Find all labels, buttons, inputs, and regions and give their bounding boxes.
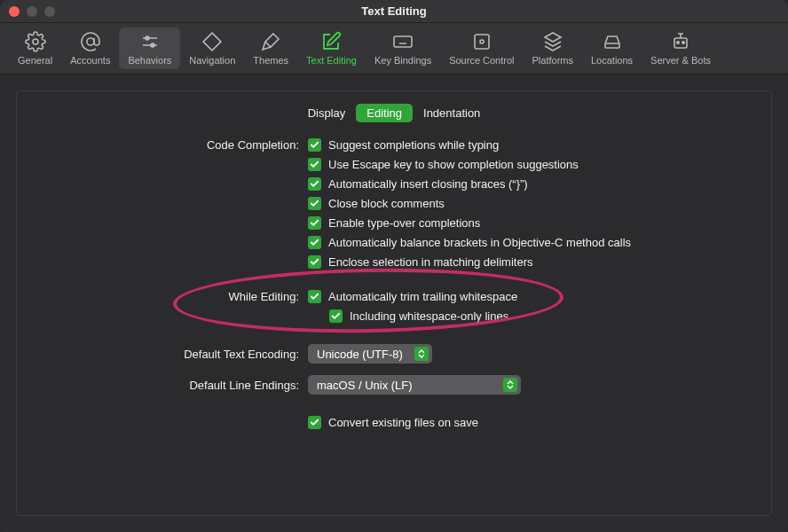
toolbar-accounts[interactable]: Accounts <box>61 27 119 69</box>
toolbar-navigation[interactable]: Navigation <box>180 27 244 69</box>
code-completion-label: Code Completion: <box>35 138 301 152</box>
svg-rect-6 <box>475 35 489 49</box>
toolbar-general[interactable]: General <box>9 27 61 69</box>
toolbar-label: Locations <box>591 55 633 66</box>
checkbox-type-over[interactable] <box>308 216 321 230</box>
toolbar-source-control[interactable]: Source Control <box>440 27 523 69</box>
tab-segmented-control: Display Editing Indentation <box>17 104 771 122</box>
checkbox-label: Automatically trim trailing whitespace <box>328 290 517 303</box>
checkbox-label: Automatically insert closing braces (“}”… <box>328 177 528 191</box>
checkbox-label: Enclose selection in matching delimiters <box>328 255 533 269</box>
tab-indentation[interactable]: Indentation <box>413 104 491 122</box>
svg-rect-5 <box>394 36 412 47</box>
svg-point-10 <box>677 42 679 43</box>
gear-icon <box>25 31 46 52</box>
toolbar-label: Behaviors <box>128 55 171 66</box>
checkbox-label: Suggest completions while typing <box>328 138 499 152</box>
toolbar-label: Navigation <box>189 55 235 66</box>
disk-icon <box>602 31 623 52</box>
toolbar-server-bots[interactable]: Server & Bots <box>642 27 720 69</box>
brush-icon <box>260 31 281 52</box>
checkbox-balance-brackets[interactable] <box>308 236 321 249</box>
preferences-window: Text Editing General Accounts Behaviors … <box>0 0 788 532</box>
diamond-icon <box>201 31 223 52</box>
checkbox-closing-braces[interactable] <box>308 177 321 191</box>
encoding-value: Unicode (UTF-8) <box>317 348 403 361</box>
checkbox-close-block-comments[interactable] <box>308 197 321 210</box>
line-endings-label: Default Line Endings: <box>35 379 301 392</box>
checkbox-escape-key[interactable] <box>308 158 321 171</box>
toolbar-label: Accounts <box>70 55 110 66</box>
checkbox-label: Including whitespace-only lines <box>350 309 508 323</box>
tab-display[interactable]: Display <box>297 104 357 122</box>
svg-point-1 <box>87 38 94 45</box>
at-sign-icon <box>80 31 101 52</box>
layers-icon <box>542 31 563 52</box>
svg-rect-8 <box>605 43 619 48</box>
svg-point-3 <box>151 43 154 47</box>
line-endings-value: macOS / Unix (LF) <box>317 379 413 392</box>
toolbar-key-bindings[interactable]: Key Bindings <box>366 27 440 69</box>
settings-panel: Display Editing Indentation Code Complet… <box>16 90 772 516</box>
branch-icon <box>471 31 492 52</box>
toolbar-label: Platforms <box>532 55 573 66</box>
chevron-up-down-icon <box>414 347 429 361</box>
line-endings-popup[interactable]: macOS / Unix (LF) <box>308 375 521 395</box>
toolbar-label: Key Bindings <box>374 55 431 66</box>
checkbox-convert-existing[interactable] <box>308 416 321 429</box>
tab-editing[interactable]: Editing <box>356 104 413 122</box>
sliders-icon <box>139 31 161 52</box>
checkbox-label: Enable type-over completions <box>328 216 480 230</box>
close-window-button[interactable] <box>9 6 20 17</box>
chevron-up-down-icon <box>503 378 517 392</box>
checkbox-enclose-selection[interactable] <box>308 255 321 269</box>
checkbox-label: Close block comments <box>328 197 445 210</box>
checkbox-trim-whitespace[interactable] <box>308 290 321 303</box>
toolbar-label: Server & Bots <box>650 55 711 66</box>
toolbar-text-editing[interactable]: Text Editing <box>297 27 366 69</box>
window-title: Text Editing <box>361 4 426 18</box>
toolbar-behaviors[interactable]: Behaviors <box>119 27 180 69</box>
checkbox-label: Convert existing files on save <box>328 416 478 429</box>
encoding-popup[interactable]: Unicode (UTF-8) <box>308 344 432 364</box>
robot-icon <box>670 31 691 52</box>
checkbox-label: Use Escape key to show completion sugges… <box>328 158 579 171</box>
checkbox-whitespace-only-lines[interactable] <box>329 309 343 323</box>
preferences-toolbar: General Accounts Behaviors Navigation Th… <box>0 23 788 74</box>
toolbar-label: Themes <box>253 55 288 66</box>
toolbar-locations[interactable]: Locations <box>582 27 642 69</box>
while-editing-label: While Editing: <box>35 290 301 303</box>
toolbar-label: General <box>18 55 52 66</box>
toolbar-label: Source Control <box>449 55 514 66</box>
svg-rect-4 <box>203 33 221 51</box>
checkbox-suggest-completions[interactable] <box>308 138 321 152</box>
svg-point-2 <box>146 36 149 40</box>
toolbar-label: Text Editing <box>306 55 357 66</box>
svg-point-0 <box>33 39 38 44</box>
window-controls <box>9 0 55 23</box>
zoom-window-button[interactable] <box>44 6 55 17</box>
keyboard-icon <box>392 31 414 52</box>
minimize-window-button[interactable] <box>27 6 37 17</box>
toolbar-themes[interactable]: Themes <box>244 27 297 69</box>
checkbox-label: Automatically balance brackets in Object… <box>328 236 631 249</box>
svg-point-11 <box>682 42 684 43</box>
encoding-label: Default Text Encoding: <box>35 348 301 361</box>
titlebar: Text Editing <box>0 0 788 23</box>
svg-point-7 <box>480 40 484 43</box>
toolbar-platforms[interactable]: Platforms <box>524 27 582 69</box>
edit-icon <box>320 31 342 52</box>
